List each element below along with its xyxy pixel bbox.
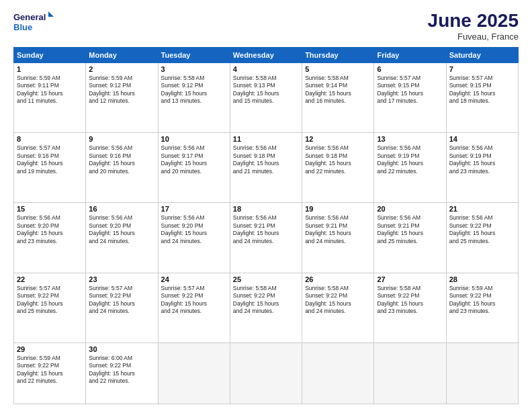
table-row: 11Sunrise: 5:56 AMSunset: 9:18 PMDayligh… [230, 133, 302, 203]
day-info: Sunrise: 5:57 AMSunset: 9:15 PMDaylight:… [449, 75, 515, 105]
day-number: 10 [161, 135, 227, 143]
table-row [302, 342, 374, 404]
day-number: 3 [161, 65, 227, 73]
location: Fuveau, France [428, 32, 519, 42]
table-row: 14Sunrise: 5:56 AMSunset: 9:19 PMDayligh… [446, 133, 518, 203]
table-row: 4Sunrise: 5:58 AMSunset: 9:13 PMDaylight… [230, 63, 302, 133]
day-info: Sunrise: 5:58 AMSunset: 9:12 PMDaylight:… [161, 75, 227, 105]
day-info: Sunrise: 5:56 AMSunset: 9:21 PMDaylight:… [377, 214, 443, 245]
table-row: 9Sunrise: 5:56 AMSunset: 9:16 PMDaylight… [86, 133, 158, 203]
day-number: 12 [305, 135, 371, 143]
th-sunday: Sunday [14, 48, 86, 63]
day-info: Sunrise: 5:58 AMSunset: 9:22 PMDaylight:… [305, 285, 371, 316]
table-row: 3Sunrise: 5:58 AMSunset: 9:12 PMDaylight… [158, 63, 230, 133]
title-block: June 2025 Fuveau, France [428, 10, 519, 42]
day-info: Sunrise: 5:59 AMSunset: 9:11 PMDaylight:… [17, 75, 83, 105]
day-number: 20 [377, 205, 443, 213]
day-info: Sunrise: 5:59 AMSunset: 9:12 PMDaylight:… [89, 75, 154, 105]
day-info: Sunrise: 5:57 AMSunset: 9:16 PMDaylight:… [17, 144, 83, 175]
day-number: 30 [89, 345, 154, 353]
day-info: Sunrise: 5:56 AMSunset: 9:19 PMDaylight:… [377, 144, 443, 175]
table-row: 16Sunrise: 5:56 AMSunset: 9:20 PMDayligh… [86, 203, 158, 273]
day-number: 4 [233, 65, 299, 73]
header: General Blue June 2025 Fuveau, France [13, 10, 519, 42]
table-row: 19Sunrise: 5:56 AMSunset: 9:21 PMDayligh… [302, 203, 374, 273]
table-row: 30Sunrise: 6:00 AMSunset: 9:22 PMDayligh… [86, 342, 158, 404]
day-number: 23 [89, 275, 154, 283]
day-info: Sunrise: 5:57 AMSunset: 9:22 PMDaylight:… [89, 285, 154, 316]
table-row: 12Sunrise: 5:56 AMSunset: 9:18 PMDayligh… [302, 133, 374, 203]
month-title: June 2025 [428, 10, 519, 32]
table-row: 25Sunrise: 5:58 AMSunset: 9:22 PMDayligh… [230, 273, 302, 342]
day-info: Sunrise: 5:56 AMSunset: 9:21 PMDaylight:… [233, 214, 299, 245]
table-row: 20Sunrise: 5:56 AMSunset: 9:21 PMDayligh… [374, 203, 446, 273]
day-number: 26 [305, 275, 371, 283]
day-number: 17 [161, 205, 227, 213]
day-info: Sunrise: 5:58 AMSunset: 9:14 PMDaylight:… [305, 75, 371, 105]
table-row: 15Sunrise: 5:56 AMSunset: 9:20 PMDayligh… [14, 203, 86, 273]
table-row: 2Sunrise: 5:59 AMSunset: 9:12 PMDaylight… [86, 63, 158, 133]
table-row: 29Sunrise: 5:59 AMSunset: 9:22 PMDayligh… [14, 342, 86, 404]
day-number: 6 [377, 65, 443, 73]
day-info: Sunrise: 5:57 AMSunset: 9:22 PMDaylight:… [161, 285, 227, 316]
page: General Blue June 2025 Fuveau, France Su… [0, 0, 532, 411]
day-info: Sunrise: 5:56 AMSunset: 9:18 PMDaylight:… [305, 144, 371, 175]
day-number: 28 [449, 275, 515, 283]
day-info: Sunrise: 5:56 AMSunset: 9:19 PMDaylight:… [449, 144, 515, 175]
th-thursday: Thursday [302, 48, 374, 63]
day-number: 19 [305, 205, 371, 213]
day-number: 29 [17, 345, 83, 353]
table-row: 7Sunrise: 5:57 AMSunset: 9:15 PMDaylight… [446, 63, 518, 133]
table-row: 17Sunrise: 5:56 AMSunset: 9:20 PMDayligh… [158, 203, 230, 273]
day-info: Sunrise: 5:58 AMSunset: 9:22 PMDaylight:… [233, 285, 299, 316]
day-number: 13 [377, 135, 443, 143]
th-monday: Monday [86, 48, 158, 63]
table-row: 28Sunrise: 5:59 AMSunset: 9:22 PMDayligh… [446, 273, 518, 342]
table-row: 24Sunrise: 5:57 AMSunset: 9:22 PMDayligh… [158, 273, 230, 342]
table-row: 23Sunrise: 5:57 AMSunset: 9:22 PMDayligh… [86, 273, 158, 342]
table-row: 1Sunrise: 5:59 AMSunset: 9:11 PMDaylight… [14, 63, 86, 133]
day-number: 21 [449, 205, 515, 213]
weekday-header-row: Sunday Monday Tuesday Wednesday Thursday… [14, 48, 519, 63]
table-row: 27Sunrise: 5:58 AMSunset: 9:22 PMDayligh… [374, 273, 446, 342]
day-info: Sunrise: 5:56 AMSunset: 9:21 PMDaylight:… [305, 214, 371, 245]
day-number: 7 [449, 65, 515, 73]
table-row [446, 342, 518, 404]
day-info: Sunrise: 5:56 AMSunset: 9:20 PMDaylight:… [89, 214, 154, 245]
day-number: 5 [305, 65, 371, 73]
day-number: 22 [17, 275, 83, 283]
day-number: 1 [17, 65, 83, 73]
day-info: Sunrise: 5:56 AMSunset: 9:18 PMDaylight:… [233, 144, 299, 175]
table-row: 22Sunrise: 5:57 AMSunset: 9:22 PMDayligh… [14, 273, 86, 342]
day-info: Sunrise: 5:59 AMSunset: 9:22 PMDaylight:… [17, 355, 83, 385]
day-number: 14 [449, 135, 515, 143]
table-row: 18Sunrise: 5:56 AMSunset: 9:21 PMDayligh… [230, 203, 302, 273]
logo-svg: General Blue [13, 10, 54, 37]
th-wednesday: Wednesday [230, 48, 302, 63]
day-number: 27 [377, 275, 443, 283]
day-number: 8 [17, 135, 83, 143]
table-row: 10Sunrise: 5:56 AMSunset: 9:17 PMDayligh… [158, 133, 230, 203]
table-row: 21Sunrise: 5:56 AMSunset: 9:22 PMDayligh… [446, 203, 518, 273]
table-row: 6Sunrise: 5:57 AMSunset: 9:15 PMDaylight… [374, 63, 446, 133]
day-info: Sunrise: 5:57 AMSunset: 9:15 PMDaylight:… [377, 75, 443, 105]
day-info: Sunrise: 5:56 AMSunset: 9:20 PMDaylight:… [161, 214, 227, 245]
day-info: Sunrise: 5:56 AMSunset: 9:20 PMDaylight:… [17, 214, 83, 245]
day-info: Sunrise: 5:57 AMSunset: 9:22 PMDaylight:… [17, 285, 83, 316]
day-number: 18 [233, 205, 299, 213]
table-row: 8Sunrise: 5:57 AMSunset: 9:16 PMDaylight… [14, 133, 86, 203]
day-info: Sunrise: 5:59 AMSunset: 9:22 PMDaylight:… [449, 285, 515, 316]
day-info: Sunrise: 5:58 AMSunset: 9:13 PMDaylight:… [233, 75, 299, 105]
table-row [374, 342, 446, 404]
day-number: 11 [233, 135, 299, 143]
day-info: Sunrise: 5:56 AMSunset: 9:16 PMDaylight:… [89, 144, 154, 175]
table-row: 26Sunrise: 5:58 AMSunset: 9:22 PMDayligh… [302, 273, 374, 342]
table-row: 5Sunrise: 5:58 AMSunset: 9:14 PMDaylight… [302, 63, 374, 133]
table-row: 13Sunrise: 5:56 AMSunset: 9:19 PMDayligh… [374, 133, 446, 203]
day-info: Sunrise: 5:56 AMSunset: 9:22 PMDaylight:… [449, 214, 515, 245]
th-saturday: Saturday [446, 48, 518, 63]
day-number: 2 [89, 65, 154, 73]
th-friday: Friday [374, 48, 446, 63]
day-info: Sunrise: 5:58 AMSunset: 9:22 PMDaylight:… [377, 285, 443, 316]
day-number: 15 [17, 205, 83, 213]
